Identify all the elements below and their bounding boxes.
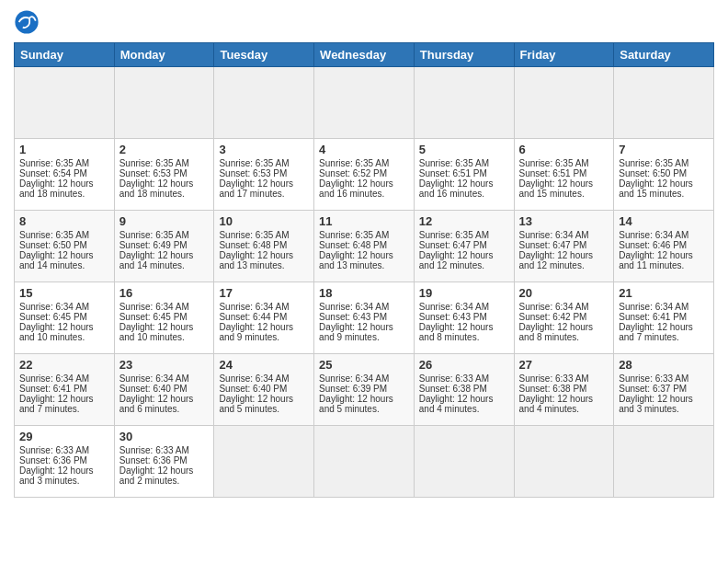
svg-point-0 [15, 10, 38, 33]
week-row-1: 1Sunrise: 6:35 AMSunset: 6:54 PMDaylight… [15, 139, 714, 211]
logo-icon [14, 9, 40, 35]
calendar-cell [514, 426, 614, 498]
daylight: Daylight: 12 hours and 16 minutes. [319, 178, 393, 199]
day-header-monday: Monday [114, 43, 214, 67]
sunset: Sunset: 6:40 PM [219, 384, 287, 394]
daylight: Daylight: 12 hours and 13 minutes. [219, 250, 293, 270]
sunset: Sunset: 6:36 PM [19, 455, 87, 465]
calendar-cell [614, 67, 714, 139]
day-number: 29 [19, 430, 109, 443]
sunset: Sunset: 6:50 PM [619, 168, 687, 178]
calendar-cell [15, 67, 115, 139]
daylight: Daylight: 12 hours and 5 minutes. [319, 394, 393, 414]
sunrise: Sunrise: 6:33 AM [119, 445, 189, 455]
main-container: SundayMondayTuesdayWednesdayThursdayFrid… [0, 0, 728, 507]
sunset: Sunset: 6:39 PM [319, 384, 387, 394]
calendar-cell: 30Sunrise: 6:33 AMSunset: 6:36 PMDayligh… [114, 426, 214, 498]
sunset: Sunset: 6:40 PM [119, 384, 188, 394]
calendar-cell: 5Sunrise: 6:35 AMSunset: 6:51 PMDaylight… [414, 139, 514, 211]
sunset: Sunset: 6:37 PM [619, 384, 687, 394]
day-number: 5 [419, 143, 509, 156]
day-number: 26 [419, 358, 509, 372]
sunset: Sunset: 6:43 PM [319, 312, 387, 322]
day-header-tuesday: Tuesday [214, 43, 314, 67]
sunset: Sunset: 6:41 PM [19, 384, 87, 394]
day-number: 11 [319, 214, 409, 228]
daylight: Daylight: 12 hours and 8 minutes. [519, 322, 594, 342]
calendar-cell: 9Sunrise: 6:35 AMSunset: 6:49 PMDaylight… [114, 211, 214, 282]
daylight: Daylight: 12 hours and 9 minutes. [219, 322, 293, 342]
calendar-cell: 4Sunrise: 6:35 AMSunset: 6:52 PMDaylight… [314, 139, 415, 211]
calendar-cell [414, 426, 514, 498]
daylight: Daylight: 12 hours and 12 minutes. [519, 250, 594, 270]
calendar-cell: 13Sunrise: 6:34 AMSunset: 6:47 PMDayligh… [514, 211, 614, 282]
calendar-cell: 25Sunrise: 6:34 AMSunset: 6:39 PMDayligh… [314, 354, 415, 426]
day-header-thursday: Thursday [414, 43, 514, 67]
calendar-cell: 7Sunrise: 6:35 AMSunset: 6:50 PMDaylight… [614, 139, 714, 211]
sunrise: Sunrise: 6:34 AM [519, 230, 589, 240]
sunrise: Sunrise: 6:35 AM [319, 158, 389, 168]
sunrise: Sunrise: 6:33 AM [619, 373, 688, 384]
daylight: Daylight: 12 hours and 15 minutes. [519, 178, 594, 199]
daylight: Daylight: 12 hours and 18 minutes. [119, 178, 194, 199]
header-row: SundayMondayTuesdayWednesdayThursdayFrid… [15, 43, 714, 67]
daylight: Daylight: 12 hours and 4 minutes. [519, 394, 594, 414]
daylight: Daylight: 12 hours and 3 minutes. [19, 465, 94, 486]
daylight: Daylight: 12 hours and 16 minutes. [419, 178, 494, 199]
day-number: 28 [619, 358, 709, 372]
sunset: Sunset: 6:48 PM [319, 240, 387, 250]
calendar-cell: 16Sunrise: 6:34 AMSunset: 6:45 PMDayligh… [114, 282, 214, 354]
calendar-cell: 2Sunrise: 6:35 AMSunset: 6:53 PMDaylight… [114, 139, 214, 211]
calendar-cell: 22Sunrise: 6:34 AMSunset: 6:41 PMDayligh… [15, 354, 115, 426]
calendar-cell: 1Sunrise: 6:35 AMSunset: 6:54 PMDaylight… [15, 139, 115, 211]
day-number: 23 [119, 358, 210, 372]
week-row-4: 22Sunrise: 6:34 AMSunset: 6:41 PMDayligh… [15, 354, 714, 426]
calendar-cell: 21Sunrise: 6:34 AMSunset: 6:41 PMDayligh… [614, 282, 714, 354]
sunset: Sunset: 6:44 PM [219, 312, 287, 322]
sunrise: Sunrise: 6:34 AM [19, 373, 89, 384]
day-header-sunday: Sunday [15, 43, 115, 67]
sunrise: Sunrise: 6:35 AM [619, 158, 688, 168]
sunrise: Sunrise: 6:35 AM [319, 230, 389, 240]
sunrise: Sunrise: 6:34 AM [619, 302, 688, 312]
logo [14, 9, 44, 35]
calendar-cell: 26Sunrise: 6:33 AMSunset: 6:38 PMDayligh… [414, 354, 514, 426]
sunset: Sunset: 6:51 PM [419, 168, 487, 178]
sunrise: Sunrise: 6:34 AM [119, 373, 189, 384]
sunrise: Sunrise: 6:34 AM [319, 373, 389, 384]
day-number: 24 [219, 358, 309, 372]
daylight: Daylight: 12 hours and 9 minutes. [319, 322, 393, 342]
calendar-cell [414, 67, 514, 139]
sunrise: Sunrise: 6:34 AM [19, 302, 89, 312]
daylight: Daylight: 12 hours and 7 minutes. [19, 394, 94, 414]
sunset: Sunset: 6:41 PM [619, 312, 687, 322]
day-number: 6 [519, 143, 609, 156]
day-number: 20 [519, 286, 609, 300]
sunset: Sunset: 6:47 PM [419, 240, 487, 250]
sunset: Sunset: 6:36 PM [119, 455, 188, 465]
day-number: 7 [619, 143, 709, 156]
sunset: Sunset: 6:46 PM [619, 240, 687, 250]
sunrise: Sunrise: 6:34 AM [519, 302, 589, 312]
sunrise: Sunrise: 6:35 AM [419, 230, 489, 240]
sunrise: Sunrise: 6:35 AM [219, 158, 289, 168]
day-number: 18 [319, 286, 409, 300]
day-number: 8 [19, 214, 109, 228]
daylight: Daylight: 12 hours and 14 minutes. [119, 250, 194, 270]
day-number: 19 [419, 286, 509, 300]
day-number: 15 [19, 286, 109, 300]
sunrise: Sunrise: 6:33 AM [419, 373, 489, 384]
daylight: Daylight: 12 hours and 12 minutes. [419, 250, 494, 270]
sunrise: Sunrise: 6:33 AM [519, 373, 589, 384]
calendar-cell [614, 426, 714, 498]
sunset: Sunset: 6:49 PM [119, 240, 188, 250]
sunrise: Sunrise: 6:35 AM [519, 158, 589, 168]
daylight: Daylight: 12 hours and 7 minutes. [619, 322, 693, 342]
day-number: 12 [419, 214, 509, 228]
calendar-cell: 23Sunrise: 6:34 AMSunset: 6:40 PMDayligh… [114, 354, 214, 426]
day-number: 30 [119, 430, 210, 443]
day-number: 10 [219, 214, 309, 228]
sunrise: Sunrise: 6:34 AM [219, 373, 289, 384]
daylight: Daylight: 12 hours and 17 minutes. [219, 178, 293, 199]
sunset: Sunset: 6:38 PM [519, 384, 587, 394]
